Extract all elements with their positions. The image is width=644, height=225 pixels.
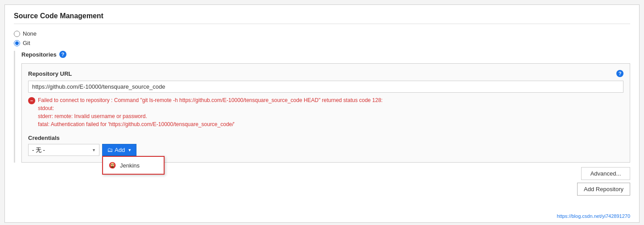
none-radio-label: None [23,30,37,37]
repo-box: Repository URL ? − Failed to connect to … [21,63,630,163]
credentials-select[interactable]: - 无 - [28,144,99,156]
credentials-dropdown-menu: Jenkins [102,156,165,175]
credentials-label: Credentials [28,135,623,141]
credentials-row: - 无 - 🗂 Add ▼ [28,144,623,156]
jenkins-label: Jenkins [120,162,140,169]
add-credentials-button[interactable]: 🗂 Add ▼ [102,144,136,156]
add-btn-arrow: ▼ [128,148,132,152]
git-radio-item: Git [14,40,630,46]
repositories-header: Repositories ? [21,51,630,58]
none-radio[interactable] [14,31,20,37]
repositories-label: Repositories [21,51,57,58]
error-text: Failed to connect to repository : Comman… [38,96,383,128]
repo-url-input[interactable] [28,81,623,93]
jenkins-dropdown-item[interactable]: Jenkins [103,159,164,172]
repo-url-header-row: Repository URL ? [28,70,623,77]
error-line3: stderr: remote: Invalid username or pass… [38,113,147,119]
add-repository-button[interactable]: Add Repository [577,183,630,196]
error-line2: stdout: [38,105,54,111]
page-container: Source Code Management None Git Reposito… [4,4,640,223]
none-radio-item: None [14,30,630,37]
svg-point-4 [111,164,112,165]
error-line1: Failed to connect to repository : Comman… [38,97,383,103]
repositories-section: Repositories ? Repository URL ? − Failed… [14,51,630,163]
git-radio-label: Git [23,40,30,46]
page-title: Source Code Management [14,12,630,24]
error-line4: fatal: Authentication failed for 'https:… [38,121,235,127]
footer-url: https://blog.csdn.net/yi742891270 [557,213,630,219]
credentials-section: Credentials - 无 - 🗂 Add ▼ [28,135,623,156]
error-box: − Failed to connect to repository : Comm… [28,96,623,128]
svg-rect-3 [111,166,114,168]
credentials-select-wrapper: - 无 - [28,144,99,156]
jenkins-icon [108,161,116,169]
add-btn-icon: 🗂 [107,147,113,153]
add-btn-label: Add [115,147,125,153]
bottom-buttons: Advanced... Add Repository [577,167,630,196]
git-radio[interactable] [14,40,20,46]
add-dropdown-wrapper: 🗂 Add ▼ [102,144,136,156]
advanced-button[interactable]: Advanced... [581,167,630,180]
svg-point-5 [113,164,114,165]
error-icon: − [28,97,35,104]
repo-url-help-icon[interactable]: ? [616,70,623,77]
scm-radio-group: None Git [14,30,630,46]
repo-url-label: Repository URL [28,70,616,77]
repositories-help-icon[interactable]: ? [59,51,66,58]
